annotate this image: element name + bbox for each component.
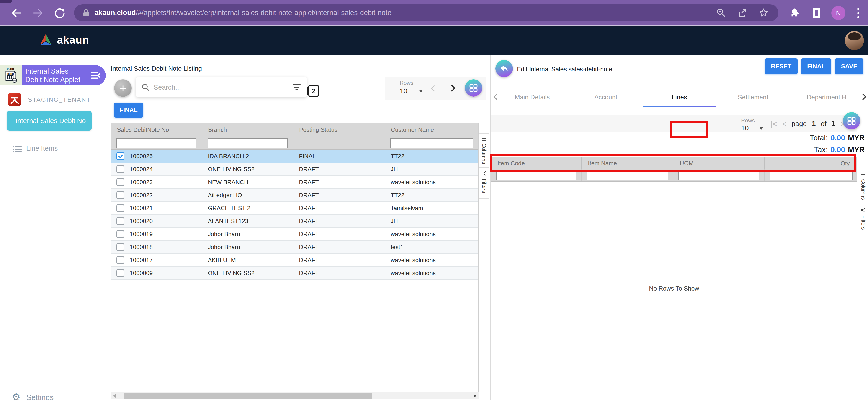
settings-label: Settings <box>26 393 54 400</box>
row-checkbox[interactable] <box>117 256 124 264</box>
filters-side-tab[interactable]: Filters <box>858 204 868 236</box>
prev-page-icon[interactable] <box>431 85 437 92</box>
browser-profile-avatar[interactable]: N <box>831 6 845 20</box>
search-box <box>136 77 307 97</box>
sidebar-item-line-items[interactable]: Line Items <box>0 143 98 155</box>
table-row[interactable]: 1000023 NEW BRANCH DRAFT wavelet solutio… <box>111 176 478 189</box>
table-row[interactable]: 1000022 AiLedger HQ DRAFT TT22 <box>111 189 478 202</box>
row-checkbox[interactable] <box>117 204 124 212</box>
tab-account[interactable]: Account <box>569 87 643 107</box>
rows-per-page-value[interactable]: 10 <box>741 124 749 132</box>
sidebar-collapse-button[interactable] <box>86 65 106 86</box>
table-row[interactable]: 1000021 GRACE TEST 2 DRAFT Tamilselvam <box>111 202 478 215</box>
table-row[interactable]: 1000017 AKIB UTM DRAFT wavelet solutions <box>111 254 478 267</box>
cell-customer: TT22 <box>385 192 479 199</box>
column-header-branch[interactable]: Branch <box>202 123 293 136</box>
share-icon[interactable] <box>737 8 747 17</box>
columns-side-tab[interactable]: Columns <box>858 169 868 204</box>
row-checkbox[interactable] <box>117 243 124 251</box>
add-record-button[interactable]: + <box>114 79 132 97</box>
columns-side-tab-label: Columns <box>481 143 487 164</box>
scrollbar-thumb[interactable] <box>124 393 372 399</box>
cell-branch: ONE LIVING SS2 <box>202 270 293 277</box>
page-word: page <box>792 120 807 128</box>
rows-per-page-value[interactable]: 10 <box>400 87 407 95</box>
column-header-posting-status[interactable]: Posting Status <box>293 123 385 136</box>
zoom-out-icon[interactable] <box>716 8 725 17</box>
tab-lines[interactable]: Lines <box>643 87 716 107</box>
browser-back-icon[interactable] <box>10 7 23 19</box>
rows-dropdown-caret[interactable] <box>419 90 423 93</box>
grid-view-button[interactable] <box>843 112 860 129</box>
user-avatar[interactable] <box>845 31 864 50</box>
row-checkbox[interactable] <box>117 269 124 277</box>
rows-dropdown-caret[interactable] <box>759 127 764 130</box>
prev-page-icon[interactable]: < <box>782 119 787 128</box>
browser-forward-icon[interactable] <box>32 7 44 19</box>
address-bar[interactable]: akaun.cloud/#/applets/tnt/wavelet/erp/in… <box>74 4 778 21</box>
tab-settlement[interactable]: Settlement <box>716 87 790 107</box>
svg-text:DEBIT: DEBIT <box>7 73 14 75</box>
table-row[interactable]: 1000020 ALANTEST123 DRAFT JH <box>111 215 478 228</box>
first-page-icon[interactable]: |< <box>771 119 777 128</box>
row-checkbox[interactable] <box>117 178 124 186</box>
scroll-right-icon[interactable] <box>473 394 476 398</box>
column-header-sales-debitnote-no[interactable]: Sales DebitNote No <box>111 123 202 136</box>
detail-tabs: Main Details Account Lines Settlement De… <box>491 87 868 107</box>
table-row[interactable]: 1000024 ONE LIVING SS2 DRAFT JH <box>111 163 478 176</box>
filter-input-branch[interactable] <box>208 139 287 148</box>
line-items-label: Line Items <box>26 145 58 152</box>
back-button[interactable] <box>495 60 513 77</box>
grid-view-button[interactable] <box>465 79 482 97</box>
tab-main-details[interactable]: Main Details <box>495 87 569 107</box>
extensions-puzzle-icon[interactable] <box>789 8 799 18</box>
search-input[interactable] <box>154 84 292 91</box>
row-checkbox[interactable] <box>117 165 124 173</box>
column-header-item-name[interactable]: Item Name <box>581 157 673 169</box>
column-header-qty[interactable]: Qty <box>764 157 858 169</box>
filter-input-customer-name[interactable] <box>390 139 473 148</box>
grip-icon <box>482 137 486 141</box>
column-header-customer-name[interactable]: Customer Name <box>385 123 479 136</box>
bookmark-star-icon[interactable] <box>759 8 768 18</box>
row-checkbox[interactable] <box>117 152 124 160</box>
column-header-uom[interactable]: UOM <box>673 157 764 169</box>
row-checkbox[interactable] <box>117 217 124 225</box>
table-row[interactable]: 1000009 ONE LIVING SS2 DRAFT wavelet sol… <box>111 267 478 280</box>
column-header-item-code[interactable]: Item Code <box>491 157 581 169</box>
reset-button[interactable]: RESET <box>765 58 798 74</box>
duplicate-view-icon[interactable]: 2 <box>308 85 319 97</box>
horizontal-scrollbar[interactable] <box>111 393 478 399</box>
sidebar-applet-item[interactable]: DEBIT DEBIT Internal Sales Debi <box>0 65 98 86</box>
browser-reload-icon[interactable] <box>54 7 66 19</box>
filter-sort-icon[interactable] <box>292 84 301 91</box>
tabs-scroll-right-icon[interactable] <box>860 94 866 100</box>
filter-input-sales-debitnote-no[interactable] <box>117 139 196 148</box>
row-checkbox[interactable] <box>117 230 124 238</box>
tab-department-handling[interactable]: Department H <box>790 87 860 107</box>
sidebar-tenant-item[interactable]: STAGING_TENANT <box>0 93 98 106</box>
table-row[interactable]: 1000025 IDA BRANCH 2 FINAL TT22 <box>111 150 478 163</box>
table-row[interactable]: 1000018 Johor Bharu DRAFT test1 <box>111 241 478 254</box>
filter-input-item-name[interactable] <box>587 171 668 180</box>
next-page-icon[interactable] <box>448 85 455 92</box>
tax-label: Tax: <box>814 146 828 154</box>
final-filter-button[interactable]: FINAL <box>114 102 143 118</box>
filter-input-item-code[interactable] <box>496 171 576 180</box>
filter-input-qty[interactable] <box>770 171 852 180</box>
sidebar-internal-sales-debit-note-button[interactable]: Internal Sales Debit No <box>7 111 92 131</box>
logo-text: akaun <box>57 33 89 46</box>
sidebar-item-settings[interactable]: ⚙ Settings <box>0 391 98 400</box>
scroll-left-icon[interactable] <box>113 394 116 398</box>
listing-pagination: Rows 10 <box>385 77 486 100</box>
browser-menu-icon[interactable] <box>857 8 859 18</box>
cell-status: DRAFT <box>293 244 385 251</box>
filters-side-tab[interactable]: Filters <box>478 167 489 198</box>
browser-sidepanel-icon[interactable] <box>813 8 820 18</box>
table-row[interactable]: 1000019 Johor Bharu DRAFT wavelet soluti… <box>111 228 478 241</box>
filter-input-uom[interactable] <box>678 171 759 180</box>
save-button[interactable]: SAVE <box>835 58 863 74</box>
final-button[interactable]: FINAL <box>801 58 831 74</box>
columns-side-tab[interactable]: Columns <box>478 133 489 167</box>
row-checkbox[interactable] <box>117 191 124 199</box>
